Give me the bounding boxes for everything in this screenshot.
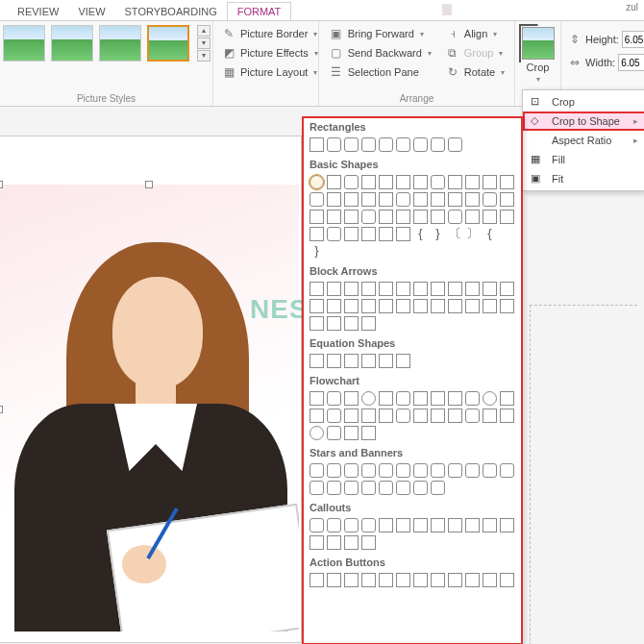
shape-option-bracket[interactable]: { [413,227,428,241]
shape-option[interactable] [361,354,376,368]
shape-option[interactable] [465,282,480,296]
selection-pane-button[interactable]: ☰Selection Pane [327,63,433,81]
shape-option[interactable] [327,463,341,478]
shape-option[interactable] [310,409,324,423]
shape-option[interactable] [344,481,359,495]
shape-option[interactable] [413,210,428,224]
shape-option[interactable] [361,391,376,406]
shape-option[interactable] [431,463,445,478]
gallery-more-icon[interactable]: ▾ [197,50,211,62]
shape-option[interactable] [431,299,445,313]
crop-menu-crop-to-shape[interactable]: ◇Crop to Shape▸ [523,111,644,131]
shape-option[interactable] [327,210,341,224]
shape-option[interactable] [361,573,376,587]
shape-option[interactable] [310,137,324,152]
bring-forward-button[interactable]: ▣Bring Forward▾ [327,25,433,42]
shape-option[interactable] [344,573,359,587]
send-backward-button[interactable]: ▢Send Backward▾ [327,44,433,62]
shape-option[interactable] [310,481,324,495]
style-thumb[interactable] [99,25,141,62]
slide[interactable] [0,136,302,643]
shape-option[interactable] [465,175,480,189]
shape-option[interactable] [448,391,462,406]
shape-option[interactable] [396,175,410,189]
shape-option[interactable] [396,227,410,241]
shape-option[interactable] [396,282,410,296]
shape-option[interactable] [344,354,359,368]
shape-option[interactable] [500,573,514,587]
shape-option[interactable] [500,463,514,478]
shape-option[interactable] [396,409,410,423]
resize-handle[interactable] [0,406,3,413]
shape-option[interactable] [396,210,410,224]
shape-option[interactable] [344,391,359,406]
shape-option[interactable] [396,192,410,207]
shape-option[interactable] [465,463,480,478]
shape-option[interactable] [500,299,514,313]
shape-option[interactable] [361,282,376,296]
shape-option[interactable] [327,426,341,440]
shape-option[interactable] [396,518,410,533]
style-thumb[interactable] [3,25,45,62]
shape-option-bracket[interactable]: } [310,244,324,259]
resize-handle[interactable] [145,181,153,188]
shape-option[interactable] [310,227,324,241]
shape-option[interactable] [327,175,341,189]
shape-option[interactable] [310,535,324,550]
shape-option[interactable] [327,282,341,296]
shape-option[interactable] [431,573,445,587]
shape-option[interactable] [431,518,445,533]
shape-option[interactable] [327,227,341,241]
shape-option[interactable] [361,227,376,241]
crop-menu-crop[interactable]: ⊡Crop [523,92,644,111]
tab-format[interactable]: FORMAT [227,2,292,20]
shape-option[interactable] [483,192,497,207]
tab-review[interactable]: REVIEW [8,3,68,20]
shape-option[interactable] [344,227,359,241]
shape-option[interactable] [379,175,393,189]
shape-option[interactable] [327,316,341,331]
align-button[interactable]: ⫞Align▾ [443,25,507,42]
shape-option[interactable] [361,463,376,478]
picture-styles-gallery[interactable]: ▴ ▾ ▾ [3,25,211,62]
shape-option[interactable] [310,573,324,587]
shape-option[interactable] [344,282,359,296]
shape-option[interactable] [413,409,428,423]
shape-option[interactable] [379,227,393,241]
shape-option[interactable] [310,463,324,478]
shape-option[interactable] [379,299,393,313]
shape-option[interactable] [500,518,514,533]
shape-option[interactable] [483,463,497,478]
shape-option[interactable] [310,426,324,440]
shape-option[interactable] [396,299,410,313]
shape-option[interactable] [310,175,324,189]
shape-option[interactable] [448,175,462,189]
shape-option[interactable] [344,137,359,152]
crop-button[interactable]: Crop ▾ [516,25,560,86]
shape-option[interactable] [396,463,410,478]
shape-option[interactable] [431,391,445,406]
shape-option[interactable] [327,518,341,533]
shape-option[interactable] [327,481,341,495]
shape-option[interactable] [310,299,324,313]
shape-option[interactable] [379,354,393,368]
picture-effects-button[interactable]: ◩Picture Effects▾ [219,44,320,62]
shape-option[interactable] [310,354,324,368]
tab-view[interactable]: VIEW [68,3,114,20]
picture-border-button[interactable]: ✎Picture Border▾ [219,25,320,42]
shape-option[interactable] [483,573,497,587]
gallery-up-icon[interactable]: ▴ [197,25,211,37]
shape-option[interactable] [327,573,341,587]
shape-option[interactable] [448,137,462,152]
shape-option[interactable] [379,463,393,478]
shape-option[interactable] [431,481,445,495]
shape-option[interactable] [465,518,480,533]
shape-option[interactable] [483,210,497,224]
shape-option[interactable] [327,354,341,368]
shape-option[interactable] [413,391,428,406]
shape-option-bracket[interactable]: 〔 [448,227,462,241]
shape-option[interactable] [413,463,428,478]
shape-option[interactable] [310,316,324,331]
shape-option[interactable] [431,137,445,152]
shape-option[interactable] [327,192,341,207]
